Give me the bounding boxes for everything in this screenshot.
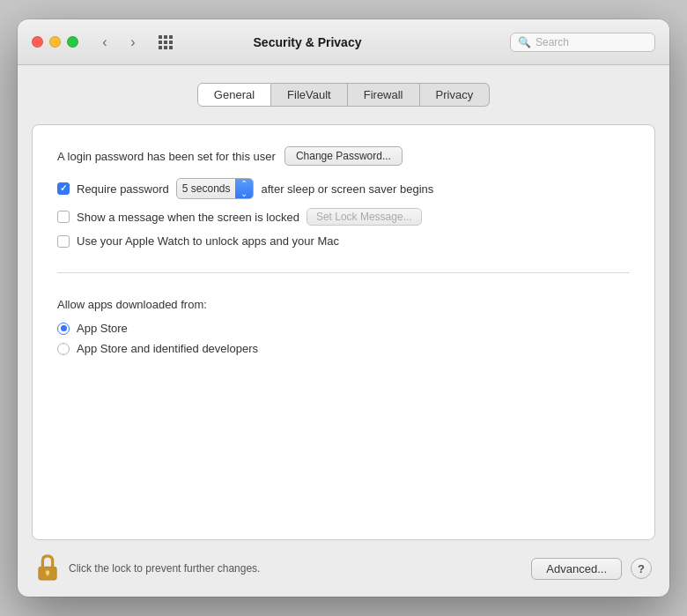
lock-icon[interactable] — [35, 554, 60, 583]
tab-firewall[interactable]: Firewall — [348, 83, 420, 107]
apple-watch-row: Use your Apple Watch to unlock apps and … — [57, 234, 630, 248]
apple-watch-label: Use your Apple Watch to unlock apps and … — [77, 234, 339, 248]
window-title: Security & Privacy — [115, 35, 499, 49]
lock-message-row: Show a message when the screen is locked… — [57, 208, 630, 226]
close-button[interactable] — [32, 36, 43, 48]
tab-privacy[interactable]: Privacy — [420, 83, 491, 107]
search-icon: 🔍 — [518, 36, 531, 48]
tab-filevault[interactable]: FileVault — [271, 83, 348, 107]
require-password-row: ✓ Require password 5 seconds ⌃⌄ after sl… — [57, 178, 630, 199]
maximize-button[interactable] — [67, 36, 78, 48]
lock-message-checkbox[interactable] — [57, 211, 70, 223]
content-area: General FileVault Firewall Privacy A log… — [18, 65, 669, 554]
allow-apps-label: Allow apps downloaded from: — [57, 298, 630, 311]
search-bar: 🔍 — [510, 33, 655, 52]
select-arrow-icon: ⌃⌄ — [235, 179, 253, 198]
radio-dot-icon — [61, 325, 67, 331]
advanced-button[interactable]: Advanced... — [531, 558, 622, 580]
set-lock-message-button[interactable]: Set Lock Message... — [307, 208, 422, 226]
password-row: A login password has been set for this u… — [57, 146, 630, 166]
checkmark-icon: ✓ — [60, 184, 67, 193]
main-window: ‹ › Security & Privacy 🔍 General FileVau… — [18, 19, 669, 597]
password-label: A login password has been set for this u… — [57, 150, 276, 163]
settings-panel: A login password has been set for this u… — [32, 124, 655, 540]
require-password-label: Require password — [77, 182, 169, 196]
tab-bar: General FileVault Firewall Privacy — [32, 83, 655, 107]
after-sleep-label: after sleep or screen saver begins — [261, 182, 433, 196]
minimize-button[interactable] — [49, 36, 61, 48]
require-password-checkbox[interactable]: ✓ — [57, 182, 70, 195]
traffic-lights — [32, 36, 78, 48]
app-store-developers-label: App Store and identified developers — [77, 342, 258, 355]
change-password-button[interactable]: Change Password... — [284, 146, 403, 166]
back-button[interactable]: ‹ — [92, 33, 117, 52]
bottom-bar: Click the lock to prevent further change… — [18, 554, 669, 597]
lock-message-label: Show a message when the screen is locked — [77, 211, 299, 224]
tab-general[interactable]: General — [197, 83, 271, 107]
app-store-label: App Store — [77, 322, 128, 335]
app-store-radio-row: App Store — [57, 322, 630, 335]
select-value: 5 seconds — [177, 181, 236, 197]
app-store-developers-radio[interactable] — [57, 343, 70, 355]
apple-watch-checkbox[interactable] — [57, 235, 70, 248]
app-store-radio[interactable] — [57, 323, 70, 335]
titlebar: ‹ › Security & Privacy 🔍 — [18, 19, 669, 65]
password-interval-select[interactable]: 5 seconds ⌃⌄ — [176, 178, 255, 199]
lock-status-text: Click the lock to prevent further change… — [69, 562, 522, 575]
help-button[interactable]: ? — [631, 558, 652, 579]
search-input[interactable] — [536, 36, 647, 48]
svg-rect-2 — [47, 573, 48, 576]
divider — [57, 272, 630, 273]
app-store-developers-radio-row: App Store and identified developers — [57, 342, 630, 355]
